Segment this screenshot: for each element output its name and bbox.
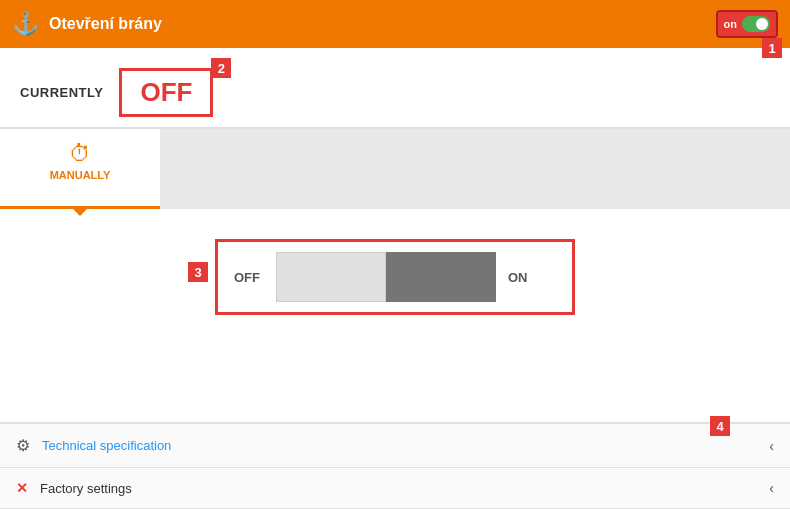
currently-status-wrapper: OFF 2 <box>119 68 213 117</box>
header-icon: ⚓ <box>12 11 39 37</box>
switch-right-half[interactable] <box>386 252 496 302</box>
badge-4: 4 <box>710 416 730 436</box>
technical-left: ⚙ Technical specification <box>16 436 171 455</box>
tab-manually[interactable]: ⏱ MANUALLY <box>0 129 160 209</box>
factory-left: ✕ Factory settings <box>16 480 132 496</box>
header-left: ⚓ Otevření brány <box>12 11 162 37</box>
toggle-circle <box>742 16 770 32</box>
tab-section: ⏱ MANUALLY <box>0 127 790 209</box>
header-title: Otevření brány <box>49 15 162 33</box>
technical-specification-item[interactable]: ⚙ Technical specification ‹ 4 <box>0 423 790 468</box>
switch-off-label: OFF <box>234 270 264 285</box>
currently-label: CURRENTLY <box>20 85 103 100</box>
technical-label: Technical specification <box>42 438 171 453</box>
toggle-switch-section: 3 OFF ON <box>0 209 790 335</box>
tab-content-area <box>160 129 790 209</box>
switch-left-half[interactable] <box>276 252 386 302</box>
factory-chevron: ‹ <box>769 480 774 496</box>
badge-1: 1 <box>762 38 782 58</box>
switch-on-label: ON <box>508 270 538 285</box>
technical-chevron: ‹ <box>769 438 774 454</box>
toggle-on-label: on <box>724 18 737 30</box>
on-off-toggle[interactable]: on 1 <box>716 10 778 38</box>
currently-status: OFF <box>119 68 213 117</box>
x-icon: ✕ <box>16 480 28 496</box>
currently-section: CURRENTLY OFF 2 <box>0 48 790 127</box>
gear-icon: ⚙ <box>16 436 30 455</box>
switch-track[interactable] <box>276 252 496 302</box>
badge-2: 2 <box>211 58 231 78</box>
bottom-section: ⚙ Technical specification ‹ 4 ✕ Factory … <box>0 422 790 509</box>
manually-label: MANUALLY <box>50 169 111 181</box>
badge-3: 3 <box>188 262 208 282</box>
on-off-switch-container[interactable]: OFF ON <box>215 239 575 315</box>
factory-settings-item[interactable]: ✕ Factory settings ‹ <box>0 468 790 509</box>
manually-icon: ⏱ <box>69 141 91 167</box>
factory-label: Factory settings <box>40 481 132 496</box>
app-header: ⚓ Otevření brány on 1 <box>0 0 790 48</box>
